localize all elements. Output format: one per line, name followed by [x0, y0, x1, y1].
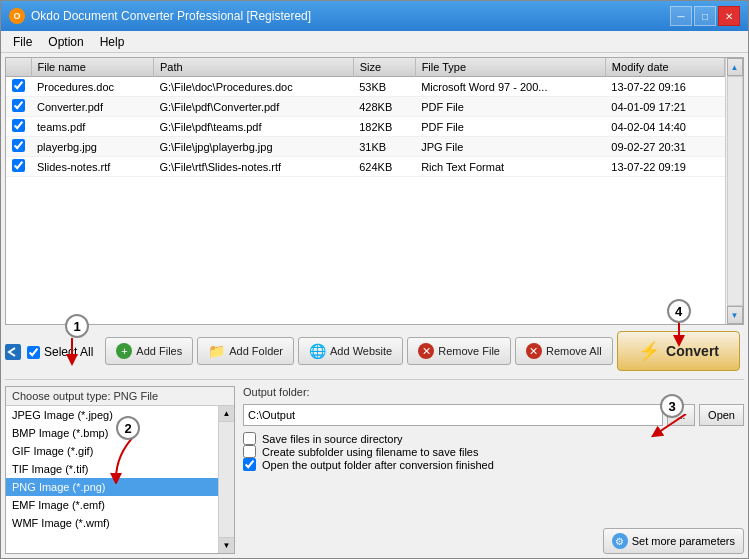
add-website-button[interactable]: 🌐 Add Website — [298, 337, 403, 365]
table-row[interactable]: Procedures.doc G:\File\doc\Procedures.do… — [6, 77, 725, 97]
row-date: 04-01-09 17:21 — [605, 97, 724, 117]
maximize-button[interactable]: □ — [694, 6, 716, 26]
annotation-3: 3 — [660, 394, 684, 418]
table-scrollbar: ▲ ▼ — [725, 58, 743, 324]
row-size: 31KB — [353, 137, 415, 157]
title-controls: ─ □ ✕ — [670, 6, 740, 26]
format-list-scrollbar: ▲ ▼ — [218, 406, 234, 553]
row-size: 624KB — [353, 157, 415, 177]
minimize-button[interactable]: ─ — [670, 6, 692, 26]
output-option-label: Create subfolder using filename to save … — [262, 446, 478, 458]
format-item[interactable]: WMF Image (*.wmf) — [6, 514, 234, 532]
col-check — [6, 58, 31, 77]
add-website-label: Add Website — [330, 345, 392, 357]
output-type-header: Choose output type: PNG File — [6, 387, 234, 406]
col-date: Modify date — [605, 58, 724, 77]
menu-option[interactable]: Option — [40, 33, 91, 51]
remove-file-button[interactable]: ✕ Remove File — [407, 337, 511, 365]
row-path: G:\File\pdf\Converter.pdf — [153, 97, 353, 117]
row-date: 13-07-22 09:19 — [605, 157, 724, 177]
row-filename: Converter.pdf — [31, 97, 153, 117]
toolbar: + Add Files 📁 Add Folder 🌐 Add Website ✕… — [101, 329, 744, 375]
output-option-checkbox[interactable] — [243, 458, 256, 471]
output-option-label: Save files in source directory — [262, 433, 403, 445]
row-checkbox[interactable] — [12, 99, 25, 112]
annotation-2: 2 — [116, 416, 140, 440]
annotation-4: 4 — [667, 299, 691, 323]
row-filename: Procedures.doc — [31, 77, 153, 97]
row-size: 428KB — [353, 97, 415, 117]
list-scroll-down[interactable]: ▼ — [219, 537, 234, 553]
row-checkbox[interactable] — [12, 159, 25, 172]
open-folder-button[interactable]: Open — [699, 404, 744, 426]
row-checkbox-cell[interactable] — [6, 157, 31, 177]
row-filetype: JPG File — [415, 137, 605, 157]
set-more-params-button[interactable]: ⚙ Set more parameters — [603, 528, 744, 554]
list-scroll-track[interactable] — [219, 422, 234, 537]
remove-file-label: Remove File — [438, 345, 500, 357]
add-folder-button[interactable]: 📁 Add Folder — [197, 337, 294, 365]
col-size: Size — [353, 58, 415, 77]
row-checkbox[interactable] — [12, 139, 25, 152]
output-option-row: Create subfolder using filename to save … — [243, 445, 744, 458]
arrow-3 — [646, 414, 696, 444]
output-folder-panel: Output folder: 3 ... Open Save files in … — [243, 386, 744, 554]
row-filetype: PDF File — [415, 97, 605, 117]
file-table-container: File name Path Size File Type Modify dat… — [5, 57, 744, 325]
title-bar: O Okdo Document Converter Professional [… — [1, 1, 748, 31]
row-filetype: Rich Text Format — [415, 157, 605, 177]
window-title: Okdo Document Converter Professional [Re… — [31, 9, 670, 23]
row-checkbox-cell[interactable] — [6, 77, 31, 97]
menu-file[interactable]: File — [5, 33, 40, 51]
folder-path-row: 3 ... Open — [243, 404, 744, 426]
output-option-row: Open the output folder after conversion … — [243, 458, 744, 471]
add-website-icon: 🌐 — [309, 343, 326, 359]
row-filetype: PDF File — [415, 117, 605, 137]
row-path: G:\File\rtf\Slides-notes.rtf — [153, 157, 353, 177]
bottom-section: Choose output type: PNG File 2 JPEG Imag… — [5, 379, 744, 554]
row-filename: Slides-notes.rtf — [31, 157, 153, 177]
row-checkbox[interactable] — [12, 79, 25, 92]
remove-all-label: Remove All — [546, 345, 602, 357]
add-folder-label: Add Folder — [229, 345, 283, 357]
add-files-label: Add Files — [136, 345, 182, 357]
main-content: File name Path Size File Type Modify dat… — [1, 53, 748, 558]
col-filetype: File Type — [415, 58, 605, 77]
output-option-checkbox[interactable] — [243, 445, 256, 458]
row-filetype: Microsoft Word 97 - 200... — [415, 77, 605, 97]
col-path: Path — [153, 58, 353, 77]
table-row[interactable]: playerbg.jpg G:\File\jpg\playerbg.jpg 31… — [6, 137, 725, 157]
row-checkbox-cell[interactable] — [6, 97, 31, 117]
list-scroll-up[interactable]: ▲ — [219, 406, 234, 422]
add-folder-icon: 📁 — [208, 343, 225, 359]
table-row[interactable]: Converter.pdf G:\File\pdf\Converter.pdf … — [6, 97, 725, 117]
output-option-checkbox[interactable] — [243, 432, 256, 445]
row-checkbox[interactable] — [12, 119, 25, 132]
close-button[interactable]: ✕ — [718, 6, 740, 26]
format-item[interactable]: EMF Image (*.emf) — [6, 496, 234, 514]
col-filename: File name — [31, 58, 153, 77]
remove-file-icon: ✕ — [418, 343, 434, 359]
select-all-checkbox[interactable] — [27, 346, 40, 359]
row-path: G:\File\doc\Procedures.doc — [153, 77, 353, 97]
convert-icon: ⚡ — [638, 340, 660, 362]
main-window: O Okdo Document Converter Professional [… — [0, 0, 749, 559]
add-files-button[interactable]: + Add Files — [105, 337, 193, 365]
row-filename: playerbg.jpg — [31, 137, 153, 157]
menu-help[interactable]: Help — [92, 33, 133, 51]
scroll-track[interactable] — [727, 76, 743, 306]
table-row[interactable]: Slides-notes.rtf G:\File\rtf\Slides-note… — [6, 157, 725, 177]
scroll-down-button[interactable]: ▼ — [727, 306, 743, 324]
table-row[interactable]: teams.pdf G:\File\pdf\teams.pdf 182KB PD… — [6, 117, 725, 137]
row-date: 13-07-22 09:16 — [605, 77, 724, 97]
folder-path-input[interactable] — [243, 404, 663, 426]
row-checkbox-cell[interactable] — [6, 137, 31, 157]
row-path: G:\File\jpg\playerbg.jpg — [153, 137, 353, 157]
scroll-up-button[interactable]: ▲ — [727, 58, 743, 76]
app-icon: O — [9, 8, 25, 24]
remove-all-button[interactable]: ✕ Remove All — [515, 337, 613, 365]
row-checkbox-cell[interactable] — [6, 117, 31, 137]
set-more-params-label: Set more parameters — [632, 535, 735, 547]
row-size: 53KB — [353, 77, 415, 97]
arrow-1 — [57, 338, 87, 368]
